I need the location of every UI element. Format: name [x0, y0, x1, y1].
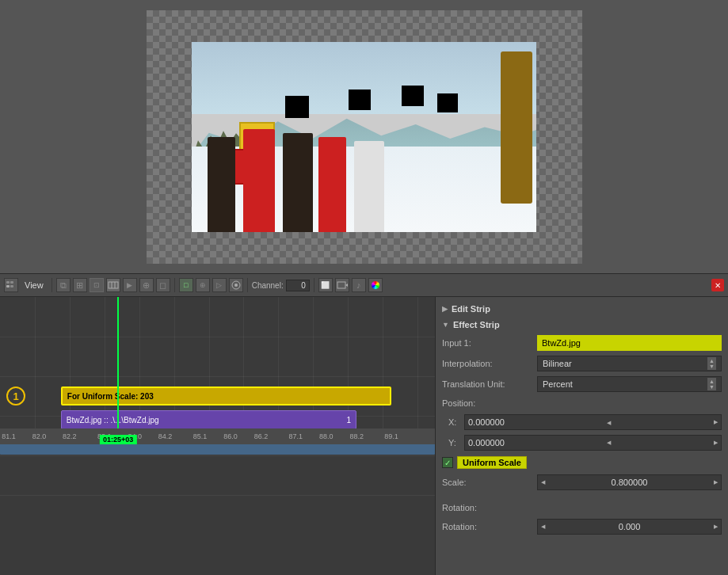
fx-icon[interactable] — [229, 278, 243, 292]
transform-icon[interactable]: ⊕ — [196, 278, 210, 292]
sequencer-icon[interactable] — [4, 278, 18, 292]
strip-yellow-label: For Uniform Scale: — [67, 392, 138, 401]
grid-line — [348, 297, 349, 428]
position-header-row: Position: — [436, 394, 728, 412]
redacted-face-3 — [402, 86, 424, 106]
grid-line — [139, 297, 140, 428]
rotation-label: Rotation: — [442, 503, 537, 512]
time-num-3: 82.2 — [63, 432, 77, 440]
time-num-1: 81.1 — [2, 432, 16, 440]
grid-line — [105, 297, 105, 428]
grid-line — [313, 297, 314, 428]
y-right-arrow[interactable]: ▶ — [714, 440, 718, 446]
rotation-right-arrow[interactable]: ▶ — [714, 524, 718, 530]
strip-purple[interactable]: BtwZd.jpg :: .\.\.\BtwZd.jpg 1 — [61, 410, 356, 429]
mute-icon[interactable]: ◻ — [156, 278, 170, 292]
svg-rect-4 — [109, 282, 118, 288]
svg-rect-3 — [10, 285, 13, 288]
uniform-scale-checkbox[interactable]: ✓ — [442, 457, 453, 468]
person-5 — [354, 141, 384, 232]
scale-field[interactable]: ◀ 0.800000 ▶ — [537, 474, 722, 490]
y-row: Y: 0.000000 ◀ ▶ — [436, 432, 728, 453]
x-arrows[interactable]: ◀ — [607, 420, 611, 425]
bottom-area: 1 For Uniform Scale: 203 BtwZd.jpg :: .\… — [0, 297, 728, 575]
photo-content — [192, 42, 536, 232]
snap-icon[interactable]: ⊡ — [90, 278, 104, 292]
view-button[interactable]: View — [21, 280, 48, 290]
cursor-icon[interactable]: ▶ — [123, 278, 137, 292]
input1-label: Input 1: — [442, 338, 537, 348]
time-num-7: 85.1 — [193, 432, 208, 440]
rotation-left-arrow[interactable]: ◀ — [541, 524, 545, 530]
dropdown-arrows[interactable]: ▲▼ — [707, 357, 716, 370]
redacted-face-2 — [349, 89, 371, 110]
x-right-arrow[interactable]: ▶ — [714, 419, 718, 425]
person-1 — [208, 137, 235, 232]
time-num-8: 86.0 — [223, 432, 238, 440]
zoom-fit-icon[interactable]: ⬜ — [318, 278, 333, 292]
svg-rect-0 — [6, 281, 10, 284]
y-value: 0.000000 — [468, 438, 505, 447]
timeline-filler — [0, 444, 435, 576]
svg-rect-1 — [10, 281, 13, 284]
interpolation-value: Bilinear — [543, 359, 572, 368]
svg-rect-9 — [337, 282, 345, 288]
scale-label: Scale: — [442, 478, 537, 487]
scale-left-arrow[interactable]: ◀ — [541, 479, 545, 486]
sound-icon[interactable]: ♪ — [352, 278, 366, 292]
grid-line — [417, 297, 418, 428]
x-label: X: — [448, 417, 464, 427]
frame-icon[interactable]: □ — [179, 278, 193, 292]
interpolation-dropdown[interactable]: Bilinear ▲▼ — [537, 356, 722, 371]
grid-line — [35, 297, 36, 428]
position-label: Position: — [442, 398, 537, 408]
interpolation-row: Interpolation: Bilinear ▲▼ — [436, 353, 728, 374]
strip-blue[interactable] — [0, 444, 435, 455]
render-icon[interactable] — [335, 278, 349, 292]
channel-input[interactable] — [286, 280, 310, 291]
translation-unit-value: Percent — [543, 379, 573, 389]
grid-line — [243, 297, 244, 428]
rotation-value-row: Rotation: ◀ 0.000 ▶ — [436, 516, 728, 537]
effect-strip-header[interactable]: ▼ Effect Strip — [436, 317, 728, 333]
effect-strip-label: Effect Strip — [453, 320, 500, 329]
time-num-13: 89.1 — [384, 432, 398, 440]
redacted-face-4 — [437, 93, 458, 112]
toolbar: View ⧉ ⊞ ⊡ ▶ ⊕ ◻ □ ⊕ ▷ Channel: ⬜ ♪ ✕ — [0, 273, 728, 297]
sequence-icon[interactable] — [106, 278, 120, 292]
edit-strip-header[interactable]: ▶ Edit Strip — [436, 301, 728, 317]
time-num-12: 88.2 — [349, 432, 364, 440]
marker-icon[interactable]: ⧉ — [56, 278, 71, 292]
grid-icon[interactable]: ⊞ — [73, 278, 87, 292]
x-row: X: 0.000000 ◀ ▶ — [436, 412, 728, 432]
person-4 — [318, 137, 346, 232]
translation-unit-dropdown[interactable]: Percent ▲▼ — [537, 376, 722, 392]
person-3 — [283, 133, 313, 232]
translation-unit-arrows[interactable]: ▲▼ — [707, 378, 716, 390]
y-field[interactable]: 0.000000 ◀ ▶ — [464, 435, 722, 451]
tree-right — [501, 51, 532, 204]
color-icon[interactable] — [368, 278, 383, 292]
zoom-icon[interactable]: ⊕ — [139, 278, 154, 292]
x-field[interactable]: 0.000000 ◀ ▶ — [464, 414, 722, 430]
close-button[interactable]: ✕ — [711, 279, 724, 291]
h-line — [0, 376, 435, 377]
badge-circle: 1 — [6, 387, 25, 406]
h-line — [0, 495, 435, 496]
input1-value[interactable]: BtwZd.jpg — [537, 335, 722, 351]
scale-right-arrow[interactable]: ▶ — [714, 479, 718, 486]
uniform-scale-label[interactable]: Uniform Scale — [457, 456, 527, 469]
properties-panel: ▶ Edit Strip ▼ Effect Strip Input 1: Btw… — [435, 297, 728, 575]
rotation-field[interactable]: ◀ 0.000 ▶ — [537, 519, 722, 535]
strip-yellow[interactable]: For Uniform Scale: 203 — [61, 387, 391, 406]
y-left-arrow[interactable]: ◀ — [607, 440, 611, 446]
x-value: 0.000000 — [468, 417, 505, 427]
person-2 — [243, 129, 275, 232]
time-num-2: 82.0 — [32, 432, 47, 440]
channel-label: Channel: — [252, 281, 284, 290]
play-icon[interactable]: ▷ — [212, 278, 227, 292]
h-line — [0, 337, 435, 337]
current-time-label: 01:25+03 — [100, 435, 136, 444]
current-time-line: 01:25+03 — [117, 297, 119, 428]
redacted-face-1 — [285, 96, 309, 118]
